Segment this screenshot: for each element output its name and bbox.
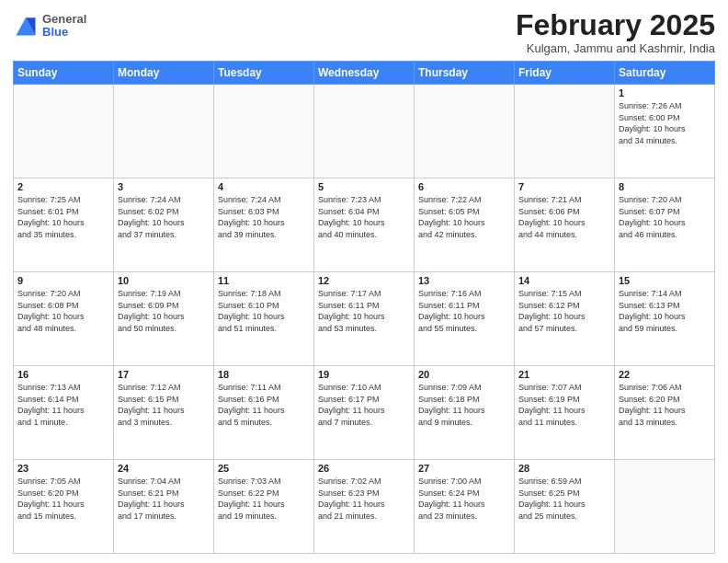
day-info: Sunrise: 7:07 AM Sunset: 6:19 PM Dayligh… (518, 382, 610, 428)
day-number: 7 (518, 181, 610, 192)
calendar-cell: 17Sunrise: 7:12 AM Sunset: 6:15 PM Dayli… (114, 366, 214, 460)
weekday-header-wednesday: Wednesday (314, 62, 415, 85)
day-info: Sunrise: 7:20 AM Sunset: 6:08 PM Dayligh… (17, 288, 109, 334)
calendar-cell (14, 85, 114, 178)
week-row: 1Sunrise: 7:26 AM Sunset: 6:00 PM Daylig… (14, 85, 715, 178)
calendar-cell: 15Sunrise: 7:14 AM Sunset: 6:13 PM Dayli… (615, 272, 715, 366)
week-row: 9Sunrise: 7:20 AM Sunset: 6:08 PM Daylig… (14, 272, 715, 366)
calendar-body: 1Sunrise: 7:26 AM Sunset: 6:00 PM Daylig… (14, 85, 715, 554)
day-number: 20 (418, 369, 510, 380)
day-number: 14 (518, 275, 610, 286)
day-number: 15 (619, 275, 711, 286)
day-info: Sunrise: 6:59 AM Sunset: 6:25 PM Dayligh… (518, 476, 610, 522)
logo-icon (13, 13, 39, 39)
calendar-cell: 14Sunrise: 7:15 AM Sunset: 6:12 PM Dayli… (515, 272, 615, 366)
day-number: 25 (218, 463, 310, 474)
weekday-header-sunday: Sunday (14, 62, 114, 85)
day-number: 5 (318, 181, 410, 192)
weekday-header-saturday: Saturday (615, 62, 715, 85)
day-number: 24 (118, 463, 210, 474)
header: General Blue February 2025 Kulgam, Jammu… (13, 9, 715, 55)
day-info: Sunrise: 7:17 AM Sunset: 6:11 PM Dayligh… (318, 288, 410, 334)
day-info: Sunrise: 7:24 AM Sunset: 6:03 PM Dayligh… (218, 194, 310, 240)
day-info: Sunrise: 7:18 AM Sunset: 6:10 PM Dayligh… (218, 288, 310, 334)
calendar-cell: 16Sunrise: 7:13 AM Sunset: 6:14 PM Dayli… (14, 366, 114, 460)
day-info: Sunrise: 7:00 AM Sunset: 6:24 PM Dayligh… (418, 476, 510, 522)
calendar-cell (114, 85, 214, 178)
calendar-cell: 26Sunrise: 7:02 AM Sunset: 6:23 PM Dayli… (314, 460, 415, 554)
weekday-header-thursday: Thursday (415, 62, 515, 85)
day-info: Sunrise: 7:05 AM Sunset: 6:20 PM Dayligh… (17, 476, 109, 522)
day-info: Sunrise: 7:14 AM Sunset: 6:13 PM Dayligh… (619, 288, 711, 334)
calendar-cell: 12Sunrise: 7:17 AM Sunset: 6:11 PM Dayli… (314, 272, 415, 366)
day-number: 10 (118, 275, 210, 286)
day-info: Sunrise: 7:26 AM Sunset: 6:00 PM Dayligh… (619, 100, 711, 146)
calendar-cell: 7Sunrise: 7:21 AM Sunset: 6:06 PM Daylig… (515, 178, 615, 272)
day-info: Sunrise: 7:04 AM Sunset: 6:21 PM Dayligh… (118, 476, 210, 522)
day-number: 21 (518, 369, 610, 380)
calendar-cell: 20Sunrise: 7:09 AM Sunset: 6:18 PM Dayli… (415, 366, 515, 460)
day-info: Sunrise: 7:20 AM Sunset: 6:07 PM Dayligh… (619, 194, 711, 240)
calendar-cell (314, 85, 415, 178)
month-title: February 2025 (516, 9, 715, 41)
day-number: 13 (418, 275, 510, 286)
calendar-cell: 5Sunrise: 7:23 AM Sunset: 6:04 PM Daylig… (314, 178, 415, 272)
day-number: 3 (118, 181, 210, 192)
day-number: 1 (619, 87, 711, 98)
weekday-header-friday: Friday (515, 62, 615, 85)
logo-blue: Blue (42, 26, 86, 39)
logo-text: General Blue (42, 13, 86, 40)
day-number: 28 (518, 463, 610, 474)
day-info: Sunrise: 7:22 AM Sunset: 6:05 PM Dayligh… (418, 194, 510, 240)
logo: General Blue (13, 13, 86, 40)
calendar-cell: 8Sunrise: 7:20 AM Sunset: 6:07 PM Daylig… (615, 178, 715, 272)
day-info: Sunrise: 7:16 AM Sunset: 6:11 PM Dayligh… (418, 288, 510, 334)
calendar-cell: 13Sunrise: 7:16 AM Sunset: 6:11 PM Dayli… (415, 272, 515, 366)
day-info: Sunrise: 7:03 AM Sunset: 6:22 PM Dayligh… (218, 476, 310, 522)
calendar-cell: 23Sunrise: 7:05 AM Sunset: 6:20 PM Dayli… (14, 460, 114, 554)
calendar-cell: 4Sunrise: 7:24 AM Sunset: 6:03 PM Daylig… (214, 178, 314, 272)
day-number: 4 (218, 181, 310, 192)
calendar-cell: 2Sunrise: 7:25 AM Sunset: 6:01 PM Daylig… (14, 178, 114, 272)
day-info: Sunrise: 7:06 AM Sunset: 6:20 PM Dayligh… (619, 382, 711, 428)
day-info: Sunrise: 7:02 AM Sunset: 6:23 PM Dayligh… (318, 476, 410, 522)
calendar-table: SundayMondayTuesdayWednesdayThursdayFrid… (13, 61, 715, 554)
day-number: 9 (17, 275, 109, 286)
calendar-cell (214, 85, 314, 178)
day-number: 18 (218, 369, 310, 380)
logo-general: General (42, 13, 86, 26)
calendar-cell: 18Sunrise: 7:11 AM Sunset: 6:16 PM Dayli… (214, 366, 314, 460)
calendar-cell (415, 85, 515, 178)
weekday-header-tuesday: Tuesday (214, 62, 314, 85)
day-number: 26 (318, 463, 410, 474)
calendar-cell: 6Sunrise: 7:22 AM Sunset: 6:05 PM Daylig… (415, 178, 515, 272)
calendar-header: SundayMondayTuesdayWednesdayThursdayFrid… (14, 62, 715, 85)
day-number: 27 (418, 463, 510, 474)
day-number: 17 (118, 369, 210, 380)
calendar-cell: 1Sunrise: 7:26 AM Sunset: 6:00 PM Daylig… (615, 85, 715, 178)
calendar-cell: 10Sunrise: 7:19 AM Sunset: 6:09 PM Dayli… (114, 272, 214, 366)
calendar-cell: 25Sunrise: 7:03 AM Sunset: 6:22 PM Dayli… (214, 460, 314, 554)
calendar-cell: 3Sunrise: 7:24 AM Sunset: 6:02 PM Daylig… (114, 178, 214, 272)
day-info: Sunrise: 7:15 AM Sunset: 6:12 PM Dayligh… (518, 288, 610, 334)
day-number: 16 (17, 369, 109, 380)
day-number: 23 (17, 463, 109, 474)
day-number: 6 (418, 181, 510, 192)
day-info: Sunrise: 7:21 AM Sunset: 6:06 PM Dayligh… (518, 194, 610, 240)
day-info: Sunrise: 7:24 AM Sunset: 6:02 PM Dayligh… (118, 194, 210, 240)
calendar-cell: 24Sunrise: 7:04 AM Sunset: 6:21 PM Dayli… (114, 460, 214, 554)
week-row: 23Sunrise: 7:05 AM Sunset: 6:20 PM Dayli… (14, 460, 715, 554)
day-info: Sunrise: 7:13 AM Sunset: 6:14 PM Dayligh… (17, 382, 109, 428)
day-info: Sunrise: 7:25 AM Sunset: 6:01 PM Dayligh… (17, 194, 109, 240)
calendar-cell: 9Sunrise: 7:20 AM Sunset: 6:08 PM Daylig… (14, 272, 114, 366)
calendar-cell: 22Sunrise: 7:06 AM Sunset: 6:20 PM Dayli… (615, 366, 715, 460)
day-number: 19 (318, 369, 410, 380)
day-info: Sunrise: 7:09 AM Sunset: 6:18 PM Dayligh… (418, 382, 510, 428)
title-block: February 2025 Kulgam, Jammu and Kashmir,… (516, 9, 715, 55)
day-info: Sunrise: 7:23 AM Sunset: 6:04 PM Dayligh… (318, 194, 410, 240)
week-row: 2Sunrise: 7:25 AM Sunset: 6:01 PM Daylig… (14, 178, 715, 272)
weekday-header-monday: Monday (114, 62, 214, 85)
weekday-row: SundayMondayTuesdayWednesdayThursdayFrid… (14, 62, 715, 85)
week-row: 16Sunrise: 7:13 AM Sunset: 6:14 PM Dayli… (14, 366, 715, 460)
day-info: Sunrise: 7:19 AM Sunset: 6:09 PM Dayligh… (118, 288, 210, 334)
